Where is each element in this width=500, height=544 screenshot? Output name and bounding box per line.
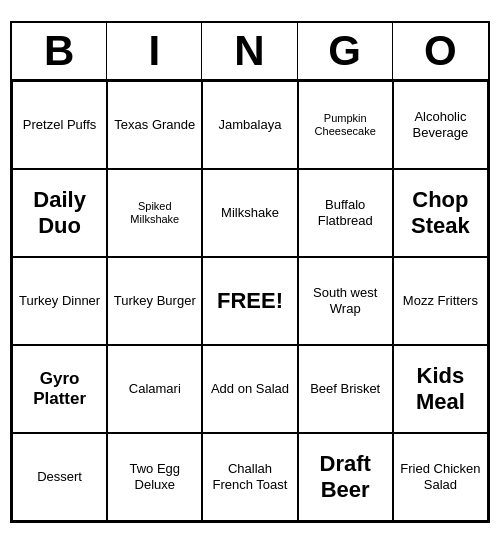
bingo-cell: Kids Meal [393,345,488,433]
bingo-cell: Mozz Fritters [393,257,488,345]
bingo-cell: South west Wrap [298,257,393,345]
bingo-cell: Challah French Toast [202,433,297,521]
bingo-grid: Pretzel PuffsTexas GrandeJambalayaPumpki… [12,81,488,521]
bingo-cell: Fried Chicken Salad [393,433,488,521]
bingo-cell: Dessert [12,433,107,521]
bingo-cell: Jambalaya [202,81,297,169]
bingo-cell: FREE! [202,257,297,345]
bingo-cell: Beef Brisket [298,345,393,433]
bingo-cell: Pretzel Puffs [12,81,107,169]
bingo-cell: Pumpkin Cheesecake [298,81,393,169]
bingo-cell: Two Egg Deluxe [107,433,202,521]
bingo-cell: Gyro Platter [12,345,107,433]
bingo-cell: Add on Salad [202,345,297,433]
bingo-cell: Chop Steak [393,169,488,257]
bingo-cell: Calamari [107,345,202,433]
bingo-cell: Draft Beer [298,433,393,521]
header-letter: O [393,23,488,79]
header-letter: G [298,23,393,79]
bingo-card: BINGO Pretzel PuffsTexas GrandeJambalaya… [10,21,490,523]
bingo-cell: Milkshake [202,169,297,257]
bingo-cell: Turkey Dinner [12,257,107,345]
header-letter: B [12,23,107,79]
header-letter: N [202,23,297,79]
bingo-cell: Buffalo Flatbread [298,169,393,257]
header-letter: I [107,23,202,79]
bingo-cell: Spiked Milkshake [107,169,202,257]
bingo-cell: Alcoholic Beverage [393,81,488,169]
bingo-cell: Texas Grande [107,81,202,169]
bingo-cell: Turkey Burger [107,257,202,345]
bingo-cell: Daily Duo [12,169,107,257]
bingo-header: BINGO [12,23,488,81]
